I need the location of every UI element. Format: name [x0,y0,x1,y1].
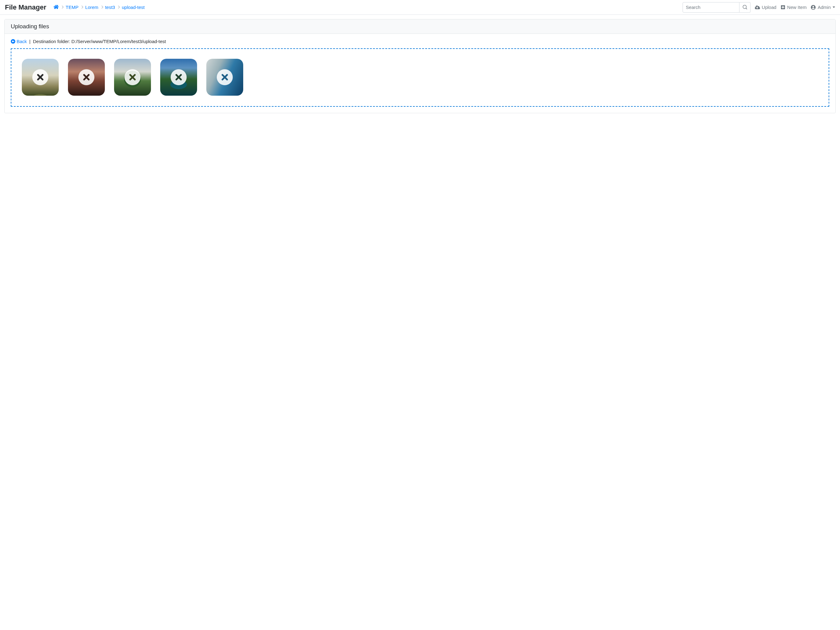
chevron-right-icon [118,5,120,9]
breadcrumb-item-test3[interactable]: test3 [105,5,115,10]
close-icon [82,73,90,81]
close-icon [128,73,136,81]
home-icon [54,4,59,9]
remove-upload-button[interactable] [217,69,233,85]
admin-label: Admin [818,5,831,10]
search-icon [742,5,747,9]
chevron-right-icon [101,5,103,9]
navbar: File Manager TEMP Lorem [0,0,840,15]
destination-label: Destination folder: [33,39,70,44]
close-icon [36,73,44,81]
admin-menu[interactable]: Admin [811,5,835,10]
destination-path: D:/Server/www/TEMP/Lorem/test3/upload-te… [71,39,166,44]
separator: | [29,39,30,44]
remove-upload-button[interactable] [125,69,141,85]
remove-upload-button[interactable] [32,69,48,85]
close-icon [221,73,229,81]
upload-thumb [68,59,105,96]
user-circle-icon [811,5,816,10]
upload-thumb [206,59,243,96]
upload-thumb [22,59,59,96]
upload-card: Uploading files Back | Destination folde… [4,19,836,113]
app-title[interactable]: File Manager [5,3,46,11]
plus-square-icon [781,5,785,9]
chevron-right-icon [62,5,64,9]
navbar-right: Upload New Item Admin [682,2,835,13]
search-group [682,2,750,13]
chevron-right-icon [82,5,83,9]
new-item-label: New Item [787,5,807,10]
dropzone[interactable] [11,48,829,107]
breadcrumb-item-lorem[interactable]: Lorem [85,5,98,10]
search-input[interactable] [682,2,739,13]
main: Uploading files Back | Destination folde… [0,15,840,117]
upload-thumb [160,59,197,96]
back-link[interactable]: Back [11,39,27,44]
card-body: Back | Destination folder: D:/Server/www… [5,34,835,113]
breadcrumb-item-temp[interactable]: TEMP [65,5,78,10]
breadcrumb-home[interactable] [54,4,59,11]
breadcrumb: TEMP Lorem test3 upload-test [54,4,682,11]
close-icon [175,73,183,81]
new-item-button[interactable]: New Item [781,5,807,10]
remove-upload-button[interactable] [171,69,186,85]
upload-button[interactable]: Upload [755,5,777,10]
card-title: Uploading files [5,19,835,34]
upload-thumb [114,59,151,96]
info-line: Back | Destination folder: D:/Server/www… [11,39,829,44]
caret-down-icon [833,6,835,8]
remove-upload-button[interactable] [78,69,95,85]
arrow-circle-left-icon [11,39,15,44]
back-label: Back [17,39,27,44]
search-button[interactable] [739,2,750,13]
upload-label: Upload [762,5,777,10]
breadcrumb-item-upload-test[interactable]: upload-test [122,5,145,10]
cloud-upload-icon [755,5,760,9]
